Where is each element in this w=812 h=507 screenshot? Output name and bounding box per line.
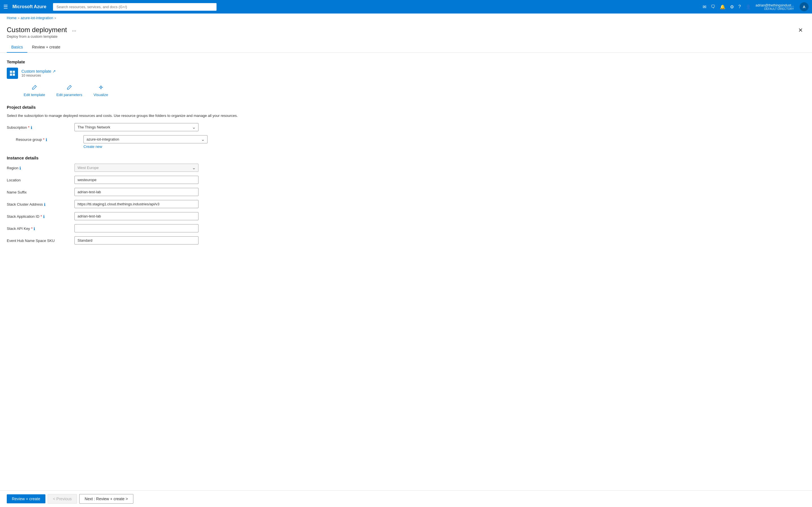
settings-icon[interactable]: ⚙ (730, 4, 734, 10)
stack-cluster-label: Stack Cluster Address ℹ (7, 200, 74, 207)
region-select-wrap: West Europe (74, 164, 199, 172)
stack-app-id-info-icon: ℹ (43, 214, 45, 219)
subscription-info-icon: ℹ (31, 125, 32, 130)
share-icon[interactable]: 👤 (746, 4, 751, 10)
subscription-label: Subscription * ℹ (7, 123, 74, 130)
svg-rect-2 (10, 73, 12, 76)
main-scroll[interactable]: Template Custom template ↗ 10 resources (0, 53, 812, 500)
close-button[interactable]: ✕ (796, 25, 805, 35)
template-section-title: Template (7, 59, 247, 64)
stack-app-id-label: Stack Application ID * ℹ (7, 212, 74, 219)
project-details-title: Project details (7, 105, 247, 110)
tab-basics[interactable]: Basics (7, 42, 28, 53)
event-hub-control (74, 236, 199, 244)
previous-button: < Previous (48, 494, 77, 500)
feedback-icon[interactable]: 🗨 (711, 4, 715, 9)
page-header: Custom deployment ... Deploy from a cust… (0, 22, 812, 40)
template-icon (7, 68, 18, 79)
visualize-icon (98, 84, 104, 92)
breadcrumb-home[interactable]: Home (7, 16, 17, 20)
page-subtitle: Deploy from a custom template (7, 34, 79, 39)
tabs: Basics Review + create (0, 42, 812, 53)
stack-api-key-input[interactable] (74, 224, 199, 232)
template-info: Custom template ↗ 10 resources (21, 69, 56, 77)
breadcrumb-sep1: > (18, 16, 19, 20)
subscription-select-wrap: The Things Network (74, 123, 199, 131)
region-select[interactable]: West Europe (74, 164, 199, 172)
project-desc: Select the subscription to manage deploy… (7, 113, 247, 119)
stack-app-id-input[interactable] (74, 212, 199, 220)
region-row: Region ℹ West Europe (7, 164, 247, 172)
template-link[interactable]: Custom template ↗ (21, 69, 56, 73)
help-icon[interactable]: ? (739, 4, 741, 9)
subscription-row: Subscription * ℹ The Things Network (7, 123, 247, 131)
stack-api-key-required: * (31, 226, 33, 231)
event-hub-input[interactable] (74, 236, 199, 244)
search-input[interactable] (53, 3, 216, 11)
svg-rect-0 (10, 71, 12, 73)
edit-template-action[interactable]: Edit template (24, 84, 45, 97)
page-title-area: Custom deployment ... Deploy from a cust… (7, 25, 79, 39)
region-label: Region ℹ (7, 164, 74, 170)
review-create-button[interactable]: Review + create (7, 494, 45, 500)
edit-parameters-icon (66, 84, 72, 92)
ellipsis-button[interactable]: ... (70, 25, 79, 34)
breadcrumb-sep2: > (54, 16, 56, 20)
visualize-label: Visualize (94, 93, 108, 97)
topbar-icons: ✉ 🗨 🔔 ⚙ ? 👤 adrian@thethingsindust... DE… (703, 2, 809, 11)
name-suffix-control (74, 188, 199, 196)
instance-details: Instance details Region ℹ West Europe (7, 156, 247, 244)
topbar: ☰ Microsoft Azure ✉ 🗨 🔔 ⚙ ? 👤 adrian@the… (0, 0, 812, 13)
stack-cluster-input[interactable] (74, 200, 199, 208)
bell-icon[interactable]: 🔔 (720, 4, 725, 10)
azure-logo: Microsoft Azure (12, 4, 46, 9)
edit-parameters-action[interactable]: Edit parameters (56, 84, 82, 97)
template-resources: 10 resources (21, 73, 56, 77)
resource-group-info-icon: ℹ (46, 137, 47, 142)
breadcrumb: Home > azure-iot-integration > (0, 13, 812, 22)
resource-group-label: Resource group * ℹ (16, 135, 84, 142)
bottom-bar: Review + create < Previous Next : Review… (0, 490, 812, 500)
next-button[interactable]: Next : Review + create > (79, 494, 133, 500)
visualize-action[interactable]: Visualize (94, 84, 108, 97)
region-info-icon: ℹ (19, 166, 21, 170)
subscription-required: * (28, 125, 30, 129)
avatar[interactable]: A (800, 2, 809, 11)
name-suffix-row: Name Suffix (7, 188, 247, 196)
resource-group-select[interactable]: azure-iot-integration (84, 135, 207, 144)
stack-app-id-row: Stack Application ID * ℹ (7, 212, 247, 220)
email-icon[interactable]: ✉ (703, 4, 706, 10)
location-label: Location (7, 176, 74, 182)
resource-group-required: * (43, 137, 45, 142)
location-control (74, 176, 199, 184)
name-suffix-input[interactable] (74, 188, 199, 196)
stack-api-key-info-icon: ℹ (34, 226, 35, 231)
stack-cluster-row: Stack Cluster Address ℹ (7, 200, 247, 208)
subscription-select[interactable]: The Things Network (74, 123, 199, 131)
stack-app-id-required: * (41, 214, 42, 219)
user-info: adrian@thethingsindust... DEFAULT DIRECT… (756, 3, 794, 10)
svg-rect-1 (13, 71, 15, 73)
instance-details-title: Instance details (7, 156, 247, 160)
svg-rect-3 (13, 73, 15, 76)
location-row: Location (7, 176, 247, 184)
stack-cluster-control (74, 200, 199, 208)
resource-group-control: azure-iot-integration Create new (84, 135, 207, 149)
event-hub-label: Event Hub Name Space SKU (7, 236, 74, 243)
edit-parameters-label: Edit parameters (56, 93, 82, 97)
page-title: Custom deployment (7, 26, 67, 34)
resource-group-row: Resource group * ℹ azure-iot-integration… (16, 135, 247, 149)
stack-api-key-row: Stack API Key * ℹ (7, 224, 247, 232)
hamburger-menu[interactable]: ☰ (3, 4, 8, 10)
edit-template-label: Edit template (24, 93, 45, 97)
location-input[interactable] (74, 176, 199, 184)
content-area: Template Custom template ↗ 10 resources (0, 53, 254, 278)
create-new-link[interactable]: Create new (84, 145, 207, 149)
breadcrumb-link[interactable]: azure-iot-integration (20, 16, 53, 20)
event-hub-row: Event Hub Name Space SKU (7, 236, 247, 244)
region-control: West Europe (74, 164, 199, 172)
tab-review-create[interactable]: Review + create (28, 42, 65, 53)
stack-cluster-info-icon: ℹ (44, 202, 45, 207)
stack-app-id-control (74, 212, 199, 220)
name-suffix-label: Name Suffix (7, 188, 74, 194)
